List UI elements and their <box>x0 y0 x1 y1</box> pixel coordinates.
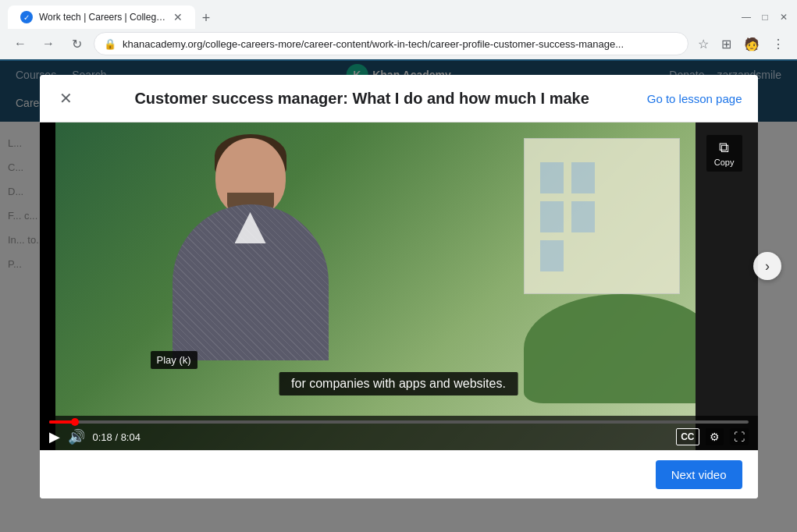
bg-window-1 <box>540 162 564 193</box>
copy-button[interactable]: ⧉ Copy <box>706 135 742 172</box>
bg-window-3 <box>540 201 564 232</box>
window-controls: — □ ✕ <box>741 12 789 23</box>
close-button[interactable]: ✕ <box>778 12 789 23</box>
play-icon: ▶ <box>49 428 60 445</box>
video-modal: ✕ Customer success manager: What I do an… <box>40 75 758 498</box>
minimize-button[interactable]: — <box>741 12 752 23</box>
cc-button[interactable]: CC <box>676 428 699 445</box>
subtitle-text: for companies with apps and websites. <box>279 372 518 395</box>
modal-close-button[interactable]: ✕ <box>55 87 77 109</box>
volume-icon: 🔊 <box>68 428 85 445</box>
tab-close-button[interactable]: ✕ <box>173 12 183 23</box>
next-arrow-button[interactable]: › <box>753 252 781 280</box>
video-player[interactable]: ⧉ Copy for companies with apps and websi… <box>40 122 758 450</box>
controls-right: CC ⚙ ⛶ <box>676 428 748 445</box>
restore-button[interactable]: □ <box>760 12 770 23</box>
title-bar: Work tech | Careers | College... ✕ + — □… <box>0 0 797 30</box>
tab-strip: Work tech | Careers | College... ✕ + <box>8 5 741 29</box>
menu-button[interactable]: ⋮ <box>769 34 788 55</box>
lock-icon: 🔒 <box>104 38 116 50</box>
url-text: khanacademy.org/college-careers-more/car… <box>123 38 678 50</box>
controls-row: ▶ 🔊 0:18 / 8:04 CC ⚙ ⛶ <box>49 428 749 445</box>
extensions-button[interactable]: ⊞ <box>718 34 735 55</box>
fullscreen-button[interactable]: ⛶ <box>730 428 749 445</box>
bg-curtain-left <box>40 122 55 450</box>
modal-footer: Next video <box>40 450 758 498</box>
copy-icon: ⧉ <box>719 140 729 156</box>
progress-bar[interactable] <box>49 420 749 424</box>
bg-window-2 <box>571 162 595 193</box>
go-to-lesson-link[interactable]: Go to lesson page <box>647 92 742 105</box>
settings-button[interactable]: ⚙ <box>706 428 724 445</box>
back-button[interactable]: ← <box>9 33 31 55</box>
modal-title: Customer success manager: What I do and … <box>77 90 647 108</box>
progress-thumb <box>71 418 79 426</box>
volume-button[interactable]: 🔊 <box>68 428 85 445</box>
profile-button[interactable]: 🧑 <box>741 34 763 55</box>
modal-header: ✕ Customer success manager: What I do an… <box>40 75 758 122</box>
bg-window-5 <box>540 240 564 271</box>
copy-label: Copy <box>714 158 735 167</box>
bg-window-4 <box>571 201 595 232</box>
bg-trees <box>524 294 719 403</box>
next-video-button[interactable]: Next video <box>656 460 742 489</box>
time-display: 0:18 / 8:04 <box>93 431 669 443</box>
address-bar: ← → ↻ 🔒 khanacademy.org/college-careers-… <box>0 30 797 59</box>
bookmark-button[interactable]: ☆ <box>695 34 712 55</box>
video-controls: ▶ 🔊 0:18 / 8:04 CC ⚙ ⛶ <box>40 416 758 450</box>
video-thumbnail <box>40 122 758 450</box>
play-tooltip: Play (k) <box>151 351 197 369</box>
bg-building <box>524 138 680 294</box>
bg-curtain-right <box>696 122 758 450</box>
tab-title: Work tech | Careers | College... <box>39 12 167 23</box>
refresh-button[interactable]: ↻ <box>66 33 87 55</box>
new-tab-button[interactable]: + <box>195 7 217 29</box>
active-tab[interactable]: Work tech | Careers | College... ✕ <box>8 5 195 29</box>
tab-favicon <box>20 11 33 23</box>
browser-chrome: Work tech | Careers | College... ✕ + — □… <box>0 0 797 59</box>
play-button[interactable]: ▶ <box>49 428 60 445</box>
url-bar[interactable]: 🔒 khanacademy.org/college-careers-more/c… <box>94 32 688 55</box>
progress-fill <box>49 420 76 424</box>
modal-overlay: › ✕ Customer success manager: What I do … <box>0 61 797 532</box>
forward-button[interactable]: → <box>37 33 59 55</box>
